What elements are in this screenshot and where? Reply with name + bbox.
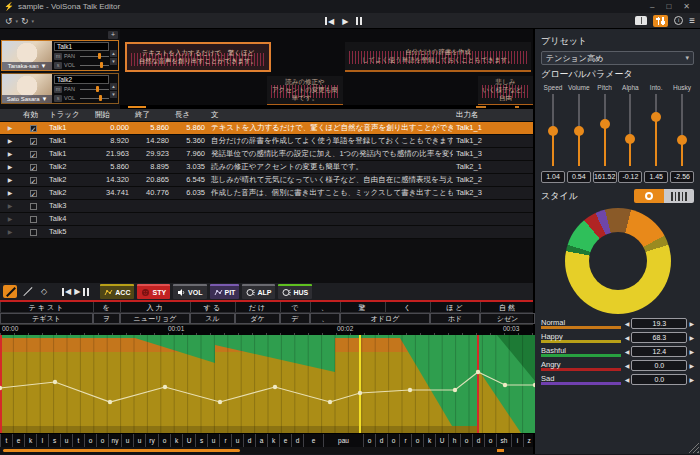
menu-icon[interactable]: ≡ — [689, 16, 695, 26]
phoneme-cell[interactable]: o — [411, 434, 423, 447]
col-enabled[interactable]: 有効 — [20, 109, 46, 121]
minimize-button[interactable]: – — [650, 2, 654, 11]
phoneme-cell[interactable]: r — [219, 434, 231, 447]
phoneme-cell[interactable]: r — [399, 434, 411, 447]
row-play-icon[interactable]: ▶ — [8, 122, 13, 134]
husky-toggle[interactable]: HUS — [278, 284, 312, 299]
donut-view-toggle[interactable] — [634, 189, 664, 203]
col-output[interactable]: 出力名 — [453, 109, 533, 121]
intonation-slider[interactable] — [651, 94, 661, 166]
solo-button[interactable]: s — [54, 62, 62, 69]
word-cell[interactable]: だけ — [235, 302, 280, 312]
phoneme-cell[interactable]: d — [243, 434, 255, 447]
track-down-button[interactable]: ▼ — [110, 58, 117, 65]
volume-slider[interactable] — [574, 94, 584, 166]
volume-toggle[interactable]: VOL — [173, 284, 206, 299]
phoneme-cell[interactable]: k — [267, 434, 279, 447]
voice-avatar[interactable]: Sato Sasara ▼ — [2, 74, 52, 103]
phoneme-cell[interactable]: U — [182, 434, 195, 447]
alpha-toggle[interactable]: ALP — [242, 284, 275, 299]
husky-slider[interactable] — [677, 94, 687, 166]
style-donut-chart[interactable] — [565, 208, 671, 314]
row-checkbox[interactable] — [30, 190, 37, 197]
table-row[interactable]: ▶ Talk2 14.320 20.865 6.545 悲しみが晴れて元気になっ… — [0, 174, 533, 187]
time-ruler[interactable]: 00:0000:0100:0200:03 — [0, 324, 533, 335]
phoneme-cell[interactable]: t — [72, 434, 84, 447]
table-row[interactable]: ▶ Talk1 8.920 14.280 5.360 自分だけの辞書を作成してよ… — [0, 135, 533, 148]
table-row[interactable]: ▶ Talk1 21.963 29.923 7.960 発話単位での感情比率の設… — [0, 148, 533, 161]
row-checkbox[interactable] — [30, 125, 37, 132]
pan-slider[interactable] — [80, 53, 109, 60]
undo-dropdown-caret[interactable]: ▾ — [16, 18, 19, 24]
decrease-arrow[interactable]: ◀ — [625, 320, 630, 327]
increase-arrow[interactable]: ▶ — [689, 348, 694, 355]
mixer-panel-button[interactable] — [653, 15, 668, 27]
editor-play-button[interactable]: ▶ — [74, 287, 80, 296]
pause-button[interactable] — [356, 17, 362, 25]
col-start[interactable]: 開始 — [92, 109, 132, 121]
phoneme-cell[interactable]: d — [291, 434, 303, 447]
phoneme-cell[interactable]: ny — [108, 434, 121, 447]
close-button[interactable]: ✕ — [683, 2, 690, 11]
preset-select[interactable]: テンション高め ▾ — [541, 51, 694, 65]
word-cell[interactable]: で — [280, 302, 310, 312]
phoneme-cell[interactable]: k — [24, 434, 36, 447]
phoneme-cell[interactable]: k — [423, 434, 435, 447]
phoneme-cell[interactable]: o — [460, 434, 472, 447]
phoneme-cell[interactable]: z — [523, 434, 534, 447]
phoneme-cell[interactable]: i — [511, 434, 523, 447]
table-row[interactable]: ▶ Talk2 5.860 8.895 3.035 読みの修正やアクセントの変更… — [0, 161, 533, 174]
editor-skip-to-start-button[interactable]: ◀ — [62, 287, 71, 296]
style-value[interactable]: 19.3 — [631, 318, 687, 329]
phoneme-cell[interactable]: u — [207, 434, 219, 447]
phoneme-cell[interactable]: a — [255, 434, 267, 447]
mute-button[interactable]: m — [54, 86, 62, 93]
row-play-icon[interactable]: ▶ — [8, 200, 13, 212]
word-cell[interactable]: ほど — [430, 302, 480, 312]
phoneme-cell[interactable]: pau — [323, 434, 363, 447]
style-value[interactable]: 12.4 — [631, 346, 687, 357]
style-value[interactable]: 68.3 — [631, 332, 687, 343]
row-play-icon[interactable]: ▶ — [8, 135, 13, 147]
editor-scrollbar[interactable] — [0, 447, 533, 454]
phonetic-cell[interactable]: デ — [280, 313, 310, 324]
phoneme-cell[interactable]: u — [60, 434, 72, 447]
param-value[interactable]: -0.12 — [618, 171, 642, 183]
phonetic-cell[interactable]: オドログ — [340, 313, 430, 324]
phoneme-cell[interactable]: u — [133, 434, 145, 447]
maximize-button[interactable]: □ — [666, 2, 671, 11]
word-cell[interactable]: を — [93, 302, 120, 312]
decrease-arrow[interactable]: ◀ — [625, 334, 630, 341]
row-checkbox[interactable] — [30, 216, 37, 223]
pan-slider[interactable] — [80, 86, 109, 93]
word-cell[interactable]: 自然 — [480, 302, 535, 312]
redo-dropdown-caret[interactable]: ▾ — [32, 18, 35, 24]
phonetic-cell[interactable]: ダケ — [235, 313, 280, 324]
volume-slider[interactable] — [80, 62, 109, 69]
phoneme-cell[interactable]: k — [170, 434, 182, 447]
pitch-toggle[interactable]: PIT — [210, 284, 240, 299]
increase-arrow[interactable]: ▶ — [689, 376, 694, 383]
col-text[interactable]: 文 — [208, 109, 453, 121]
param-value[interactable]: -2.56 — [670, 171, 694, 183]
word-cell[interactable]: テキスト — [0, 302, 93, 312]
decrease-arrow[interactable]: ◀ — [625, 362, 630, 369]
resize-grip[interactable] — [688, 442, 699, 453]
row-checkbox[interactable] — [30, 177, 37, 184]
style-graph[interactable] — [0, 335, 535, 433]
word-cell[interactable]: く — [385, 302, 430, 312]
add-track-button[interactable]: + — [108, 31, 118, 39]
row-play-icon[interactable]: ▶ — [8, 148, 13, 160]
track-name[interactable]: Talk1 — [54, 42, 109, 51]
row-checkbox[interactable] — [30, 203, 37, 210]
phoneme-cell[interactable]: u — [121, 434, 133, 447]
phonetic-cell[interactable]: ホド — [430, 313, 480, 324]
style-graph-area[interactable] — [0, 335, 533, 433]
row-play-icon[interactable]: ▶ — [8, 226, 13, 238]
timeline-scroll-thumb[interactable] — [128, 106, 146, 108]
row-checkbox[interactable] — [30, 164, 37, 171]
phoneme-cell[interactable]: o — [96, 434, 108, 447]
param-value[interactable]: 1.45 — [644, 171, 668, 183]
timeline-scrollbar[interactable] — [120, 105, 533, 109]
style-value[interactable]: 0.0 — [631, 374, 687, 385]
